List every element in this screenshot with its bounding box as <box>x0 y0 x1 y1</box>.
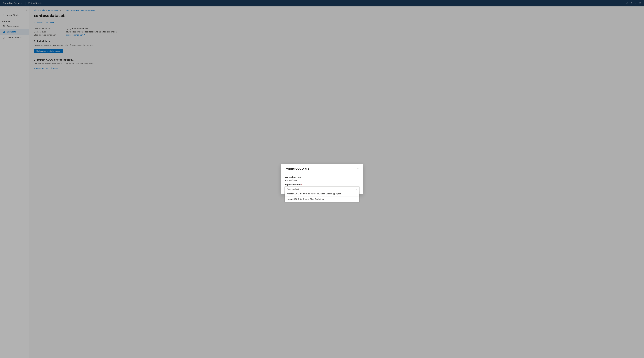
dropdown-option-1[interactable]: Import COCO file from a Blob Container <box>285 196 359 202</box>
select-display[interactable]: Please select ⌄ <box>285 187 359 191</box>
select-placeholder: Please select <box>286 188 299 190</box>
modal-backdrop: Import COCO file ✕ Azure directory micro… <box>0 0 644 358</box>
dropdown-option-0[interactable]: Import COCO file from an Azure ML Data L… <box>285 191 359 196</box>
dropdown-options: Import COCO file from an Azure ML Data L… <box>284 191 360 202</box>
azure-directory-value: microsoft.com <box>284 179 360 181</box>
azure-directory-label: Azure directory <box>284 176 360 178</box>
modal-close-button[interactable]: ✕ <box>356 167 360 171</box>
modal-body: Azure directory microsoft.com Import met… <box>281 173 363 194</box>
import-method-label: Import method <box>284 183 301 186</box>
modal-title: Import COCO file <box>284 167 309 170</box>
import-coco-modal: Import COCO file ✕ Azure directory micro… <box>281 164 363 194</box>
import-method-label-area: Import method * <box>284 183 360 186</box>
required-star: * <box>301 183 302 186</box>
chevron-down-icon: ⌄ <box>356 188 358 190</box>
modal-header: Import COCO file ✕ <box>281 164 363 173</box>
import-method-select[interactable]: Please select ⌄ Import COCO file from an… <box>284 187 360 191</box>
